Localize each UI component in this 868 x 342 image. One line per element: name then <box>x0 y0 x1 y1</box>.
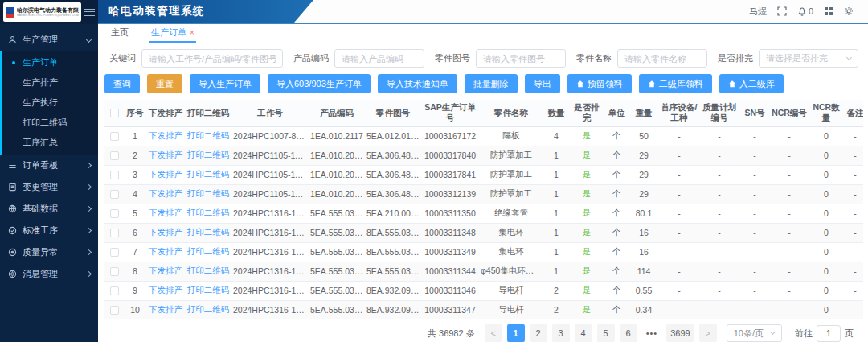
top-header: 哈电动装管理系统 马煜 0 <box>98 0 868 24</box>
page-button-4[interactable]: 4 <box>575 324 592 342</box>
print-qrcode-link[interactable]: 打印二维码 <box>185 262 231 281</box>
orders-table-wrap: 序号下发排产打印二维码工作号产品编码零件图号SAP生产订单号零件名称数量是否排完… <box>104 100 863 319</box>
sidebar-group-5[interactable]: 质量异常 <box>0 241 98 263</box>
tab-close-icon[interactable]: × <box>190 28 194 37</box>
notification-bell-icon[interactable]: 0 <box>797 6 813 16</box>
cell-数量: 1 <box>543 242 569 262</box>
button-label: 导入技术通知单 <box>387 78 448 90</box>
page-button-3[interactable]: 3 <box>552 324 570 342</box>
toolbar-button-导入技术通知单[interactable]: 导入技术通知单 <box>378 74 457 93</box>
toolbar-button-预留领料[interactable]: 预留领料 <box>567 74 632 93</box>
print-qrcode-link[interactable]: 打印二维码 <box>185 223 231 242</box>
toolbar-button-重置[interactable]: 重置 <box>147 74 182 93</box>
page-size-select[interactable]: 10条/页 <box>727 324 782 342</box>
tab-主页[interactable]: 主页 <box>109 23 130 43</box>
print-qrcode-link[interactable]: 打印二维码 <box>185 165 231 184</box>
tab-生产订单[interactable]: 生产订单× <box>149 23 196 43</box>
dispatch-link[interactable]: 下发排产 <box>146 223 185 242</box>
toolbar-button-导入603/903生产订单[interactable]: 导入603/903生产订单 <box>268 74 371 93</box>
print-qrcode-link[interactable]: 打印二维码 <box>185 184 231 204</box>
toolbar-button-查询[interactable]: 查询 <box>104 74 140 93</box>
cell-重量: 29 <box>628 146 659 165</box>
sidebar-group-0[interactable]: 生产管理 <box>0 29 98 51</box>
sidebar-group-3[interactable]: 基础数据 <box>0 198 98 220</box>
page-button-5[interactable]: 5 <box>597 324 615 342</box>
print-qrcode-link[interactable]: 打印二维码 <box>185 146 231 165</box>
print-qrcode-link[interactable]: 打印二维码 <box>185 300 231 319</box>
dispatch-link[interactable]: 下发排产 <box>146 262 185 281</box>
cell-质量计划编号: - <box>699 223 739 242</box>
toolbar-button-导入生产订单[interactable]: 导入生产订单 <box>190 74 260 93</box>
row-checkbox[interactable] <box>110 306 119 315</box>
toolbar-button-导出[interactable]: 导出 <box>525 74 560 93</box>
print-qrcode-link[interactable]: 打印二维码 <box>185 126 231 146</box>
print-qrcode-link[interactable]: 打印二维码 <box>185 204 231 223</box>
sidebar-group-2[interactable]: 变更管理 <box>0 176 98 198</box>
button-label: 预留领料 <box>588 78 623 90</box>
page-button-2[interactable]: 2 <box>530 324 547 342</box>
sidebar-group-6[interactable]: 消息管理 <box>0 263 98 285</box>
sidebar-group-1[interactable]: 订单看板 <box>0 155 98 176</box>
row-checkbox[interactable] <box>110 267 119 276</box>
dispatch-link[interactable]: 下发排产 <box>146 204 185 223</box>
settings-gear-icon[interactable] <box>844 6 854 16</box>
page-button-3699[interactable]: 3699 <box>666 324 694 342</box>
row-checkbox[interactable] <box>110 132 119 141</box>
print-qrcode-link[interactable]: 打印二维码 <box>185 281 231 300</box>
row-checkbox[interactable] <box>110 229 119 237</box>
dispatch-link[interactable]: 下发排产 <box>146 126 185 146</box>
filter-input-0[interactable] <box>141 49 283 68</box>
dispatch-link[interactable]: 下发排产 <box>146 184 185 204</box>
filter-input-1[interactable] <box>334 49 424 68</box>
user-name[interactable]: 马煜 <box>749 6 767 18</box>
sidebar-item-工序汇总[interactable]: 工序汇总 <box>0 133 98 153</box>
sidebar-item-生产订单[interactable]: 生产订单 <box>0 52 98 72</box>
row-checkbox[interactable] <box>110 248 119 257</box>
prev-page-button[interactable]: < <box>485 324 502 342</box>
fullscreen-icon[interactable] <box>777 6 787 16</box>
toolbar-button-二级库领料[interactable]: 二级库领料 <box>639 74 712 93</box>
cell-SN号: - <box>739 223 770 242</box>
page-button-1[interactable]: 1 <box>507 324 525 342</box>
cell-工作号: 2024HPC1316-1833-2 <box>231 300 309 319</box>
cell-单位: 个 <box>604 165 628 184</box>
print-qrcode-link[interactable]: 打印二维码 <box>185 242 231 262</box>
cell-产品编码: 1EA.010.2091 <box>309 165 365 184</box>
dispatch-link[interactable]: 下发排产 <box>146 300 185 319</box>
row-checkbox[interactable] <box>110 151 119 160</box>
cell-重量: 50 <box>628 126 659 146</box>
dispatch-link[interactable]: 下发排产 <box>146 146 185 165</box>
cell-重量: 29 <box>628 165 659 184</box>
toolbar-button-入二级库[interactable]: 入二级库 <box>719 74 784 93</box>
filter-input-2[interactable] <box>476 49 566 68</box>
sidebar-collapse-icon[interactable] <box>84 9 95 16</box>
dispatch-link[interactable]: 下发排产 <box>146 242 185 262</box>
order-board-icon <box>7 161 17 171</box>
filter-select-4[interactable]: 请选择是否排完 <box>759 49 858 68</box>
sidebar-item-生产执行[interactable]: 生产执行 <box>0 93 98 113</box>
page-button-6[interactable]: 6 <box>620 324 637 342</box>
row-checkbox[interactable] <box>110 286 119 295</box>
toolbar-button-批量删除[interactable]: 批量删除 <box>465 74 518 93</box>
row-checkbox[interactable] <box>110 171 119 179</box>
sidebar-group-4[interactable]: 标准工序 <box>0 220 98 241</box>
select-all-checkbox[interactable] <box>110 109 119 117</box>
cell-零件名称: 导电杆 <box>479 300 543 319</box>
filter-input-3[interactable] <box>617 49 707 68</box>
row-checkbox[interactable] <box>110 190 119 199</box>
goto-page-input[interactable] <box>817 325 841 342</box>
dispatch-link[interactable]: 下发排产 <box>146 165 185 184</box>
row-checkbox[interactable] <box>110 209 119 218</box>
dispatch-link[interactable]: 下发排产 <box>146 281 185 300</box>
apps-grid-icon[interactable] <box>824 6 833 16</box>
cell-NCR编号: - <box>770 126 809 146</box>
column-header-数量: 数量 <box>543 100 569 126</box>
cell-SN号: - <box>739 262 770 281</box>
table-row: 3下发排产打印二维码2024HPC1105-1147-31EA.010.2091… <box>104 165 863 184</box>
sidebar-item-打印二维码[interactable]: 打印二维码 <box>0 113 98 133</box>
column-header-下发排产: 下发排产 <box>146 100 185 126</box>
next-page-button[interactable]: > <box>699 324 717 342</box>
sidebar-item-生产排产[interactable]: 生产排产 <box>0 72 98 93</box>
row-select-cell <box>104 146 124 165</box>
cell-零件图号: 5EA.555.0312 <box>365 262 421 281</box>
